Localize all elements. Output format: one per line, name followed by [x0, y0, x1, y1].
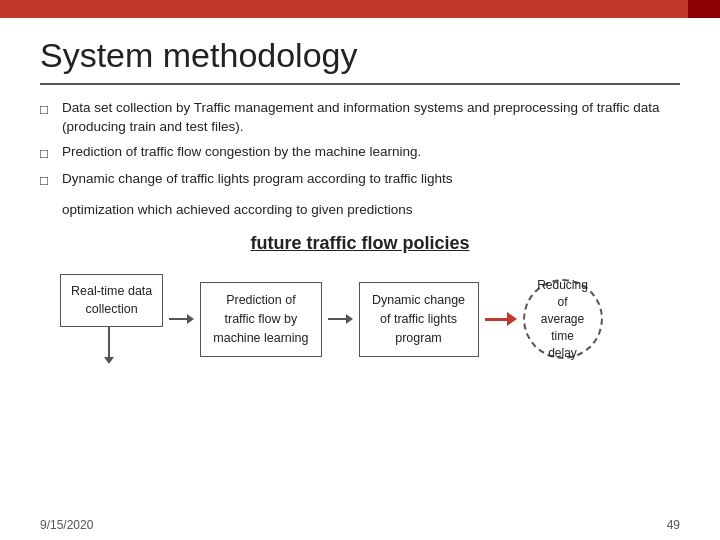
footer-date: 9/15/2020 — [40, 518, 93, 532]
h-line-red — [485, 318, 507, 321]
bullet-list: □ Data set collection by Traffic managem… — [40, 99, 680, 191]
v-line — [108, 327, 110, 357]
prediction-box: Prediction of traffic flow by machine le… — [200, 282, 321, 356]
bullet-item-2: □ Prediction of traffic flow congestion … — [40, 143, 680, 164]
top-right-square — [688, 0, 720, 18]
prediction-line2: traffic flow by — [225, 312, 298, 326]
h-arrow-red — [485, 312, 517, 326]
real-time-label1: Real-time data — [71, 284, 152, 298]
v-arrow-down — [104, 357, 114, 364]
h-line-1 — [169, 318, 187, 320]
h-arrowhead-red — [507, 312, 517, 326]
page-title: System methodology — [40, 36, 680, 75]
bullet-icon-2: □ — [40, 145, 54, 164]
bullet-text-1: Data set collection by Traffic managemen… — [62, 99, 680, 137]
flow-diagram: Real-time data collection Prediction of … — [40, 274, 680, 364]
h-arrowhead-1 — [187, 314, 194, 324]
real-time-section: Real-time data collection — [60, 274, 163, 364]
prediction-line1: Prediction of — [226, 293, 295, 307]
optimization-text: optimization which achieved according to… — [62, 201, 680, 220]
top-bar — [0, 0, 720, 18]
reducing-text: Reducing of average time delay — [537, 277, 588, 361]
title-divider — [40, 83, 680, 85]
bullet-text-3: Dynamic change of traffic lights program… — [62, 170, 452, 189]
dynamic-line1: Dynamic change — [372, 293, 465, 307]
dynamic-line3: program — [395, 331, 442, 345]
dynamic-line2: of traffic lights — [380, 312, 457, 326]
bullet-text-2: Prediction of traffic flow congestion by… — [62, 143, 421, 162]
future-title: future traffic flow policies — [40, 233, 680, 254]
main-content: System methodology □ Data set collection… — [0, 18, 720, 374]
h-arrowhead-2 — [346, 314, 353, 324]
footer-page: 49 — [667, 518, 680, 532]
bullet-icon-3: □ — [40, 172, 54, 191]
bullet-icon-1: □ — [40, 101, 54, 120]
h-arrow-1 — [169, 314, 194, 324]
bullet-item-3: □ Dynamic change of traffic lights progr… — [40, 170, 680, 191]
h-arrow-2 — [328, 314, 353, 324]
real-time-box: Real-time data collection — [60, 274, 163, 327]
real-time-label2: collection — [86, 302, 138, 316]
dynamic-box: Dynamic change of traffic lights program — [359, 282, 479, 356]
h-line-2 — [328, 318, 346, 320]
prediction-line3: machine learning — [213, 331, 308, 345]
bullet-item-1: □ Data set collection by Traffic managem… — [40, 99, 680, 137]
reducing-circle: Reducing of average time delay — [523, 279, 603, 359]
vertical-arrow — [104, 327, 114, 364]
footer: 9/15/2020 49 — [40, 518, 680, 532]
